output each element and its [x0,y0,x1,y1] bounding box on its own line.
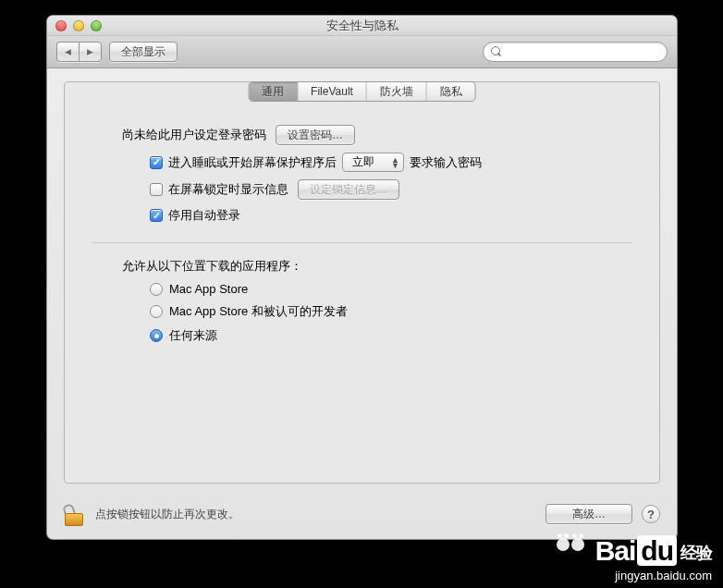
search-field[interactable] [483,42,668,62]
watermark-brand-du: du [637,535,677,566]
watermark: Baidu经验 jingyan.baidu.com [595,535,712,582]
allow-apps-option-appstore[interactable] [150,283,163,296]
nav-segment: ◀ ▶ [56,42,102,62]
preferences-window: 安全性与隐私 ◀ ▶ 全部显示 通用 FileVault 防火墙 隐私 尚未给此… [46,15,678,540]
watermark-paws-icon [557,538,584,551]
footer: 点按锁按钮以防止再次更改。 高级… ? [47,493,677,539]
no-password-label: 尚未给此用户设定登录密码 [122,127,266,143]
watermark-brand-bai: Bai [595,535,636,566]
allow-apps-option-anywhere[interactable] [150,329,163,342]
allow-apps-option-appstore-label: Mac App Store [169,282,248,296]
help-button[interactable]: ? [642,505,660,523]
tab-filevault[interactable]: FileVault [298,82,367,101]
allow-apps-option-anywhere-label: 任何来源 [169,327,217,344]
lock-message: 点按锁按钮以防止再次更改。 [95,507,239,522]
search-input[interactable] [505,45,659,58]
advanced-button[interactable]: 高级… [545,504,632,524]
watermark-url: jingyan.baidu.com [595,569,712,582]
chevron-left-icon: ◀ [65,47,71,56]
tab-firewall[interactable]: 防火墙 [367,82,427,101]
require-password-delay-select[interactable]: 立即 ▲▼ [342,153,404,172]
lock-icon[interactable] [64,502,88,526]
divider [92,242,631,243]
tab-bar: 通用 FileVault 防火墙 隐私 [248,81,476,102]
require-password-delay-value: 立即 [352,154,374,170]
general-pane: 通用 FileVault 防火墙 隐私 尚未给此用户设定登录密码 设置密码… 进… [64,81,660,484]
require-password-checkbox[interactable] [150,156,163,169]
set-lock-message-button[interactable]: 设定锁定信息… [298,179,399,200]
allow-apps-radiogroup: Mac App Store Mac App Store 和被认可的开发者 任何来… [150,282,631,344]
disable-auto-login-checkbox[interactable] [150,209,163,222]
allow-apps-option-identified-label: Mac App Store 和被认可的开发者 [169,303,348,320]
watermark-brand-suffix: 经验 [680,544,712,562]
allow-apps-label: 允许从以下位置下载的应用程序： [122,258,302,275]
disable-auto-login-label: 停用自动登录 [168,207,240,224]
show-all-button[interactable]: 全部显示 [109,42,178,62]
titlebar: 安全性与隐私 [47,16,677,36]
window-title: 安全性与隐私 [47,18,677,34]
content-area: 通用 FileVault 防火墙 隐私 尚未给此用户设定登录密码 设置密码… 进… [47,68,677,493]
tab-privacy[interactable]: 隐私 [427,82,475,101]
search-icon [491,46,501,57]
forward-button[interactable]: ▶ [79,42,102,62]
require-password-label: 进入睡眠或开始屏幕保护程序后 [168,154,337,171]
back-button[interactable]: ◀ [56,42,79,62]
tab-general[interactable]: 通用 [249,82,298,101]
allow-apps-option-identified[interactable] [150,305,163,318]
toolbar: ◀ ▶ 全部显示 [47,36,677,68]
updown-icon: ▲▼ [391,157,399,168]
set-password-button[interactable]: 设置密码… [276,125,355,145]
chevron-right-icon: ▶ [87,47,93,56]
show-lock-message-label: 在屏幕锁定时显示信息 [168,181,288,198]
show-lock-message-checkbox[interactable] [150,183,163,196]
require-password-suffix: 要求输入密码 [410,154,482,171]
